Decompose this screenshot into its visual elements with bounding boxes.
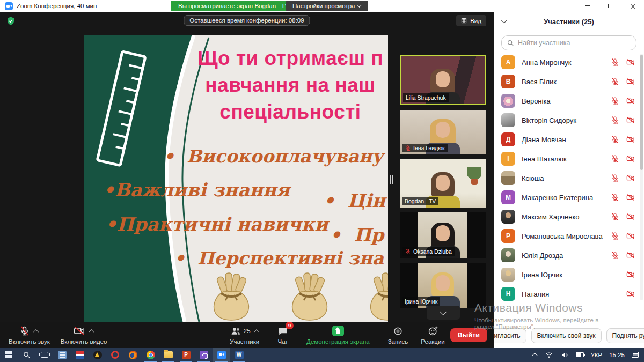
panel-collapse-chevron-icon[interactable] [501,17,507,23]
record-icon [393,326,403,336]
chevron-down-icon [357,3,362,7]
participant-row[interactable]: Юлія Дрозда [494,246,644,265]
start-button[interactable] [0,348,18,362]
word-icon[interactable]: W [230,348,248,362]
meeting-toolbar: Включить звук Включить видео 25 Участник… [0,322,494,348]
participant-row[interactable]: Р Романовська Мирослава [494,226,644,246]
participant-row[interactable]: Максим Харченко [494,207,644,226]
antivirus-icon[interactable] [89,348,106,362]
participant-row[interactable]: Н Наталия [494,284,644,304]
camera-off-icon [74,325,85,337]
record-button[interactable]: Запись [383,325,414,345]
video-tile-name: Ірина Юрчик [402,297,440,306]
opera-icon[interactable] [106,348,124,362]
chrome-icon[interactable] [142,348,159,362]
participant-row[interactable]: В Вася Білик [494,72,644,91]
participant-row[interactable]: М Макаренко Екатерина [494,188,644,207]
leave-meeting-button[interactable]: Выйти [450,328,487,342]
chat-button[interactable]: 9 Чат [272,325,294,345]
camera-off-icon [626,154,635,163]
camera-off-icon [626,116,635,124]
money-bag-icon [204,270,259,322]
avatar: М [501,190,515,204]
avatar [501,113,515,127]
action-center-icon[interactable] [632,352,639,358]
firefox-icon[interactable] [124,348,142,362]
volume-icon[interactable] [560,351,569,359]
money-bag-icon [361,270,388,322]
camera-off-icon [626,290,635,298]
file-explorer-icon[interactable] [159,348,177,362]
search-participants-input[interactable] [501,35,636,50]
raise-hand-button[interactable]: Поднять руку [606,328,644,343]
panel-scrollbar[interactable] [640,54,643,300]
participant-row[interactable]: І Інна Шаталюк [494,149,644,168]
wifi-icon[interactable] [545,351,553,359]
participants-button[interactable]: 25 Участники [224,325,265,345]
video-tile-oksana[interactable]: Oksana Dziuba [400,212,486,258]
participant-row[interactable]: Вікторія Сидорук [494,110,644,130]
camera-off-icon [626,58,635,67]
chevron-up-icon[interactable] [33,329,39,334]
mic-muted-icon [611,154,619,163]
zoom-taskbar-icon[interactable] [213,348,230,362]
participant-row[interactable]: Ксюша [494,168,644,188]
chevron-up-icon[interactable] [89,329,94,334]
participants-list: А Анна Мирончук В Вася Білик Вероніка Ві… [494,53,644,304]
mic-muted-icon [611,97,619,105]
participant-row[interactable]: Д Діана Мовчан [494,130,644,149]
share-screen-button[interactable]: Демонстрация экрана [301,325,375,345]
restore-button[interactable] [599,0,621,12]
security-shield-icon[interactable] [6,16,16,26]
mic-muted-icon [611,174,619,182]
avatar [501,268,515,282]
money-bags-graphic [204,270,388,322]
view-layout-button[interactable]: Вид [456,15,486,26]
calculator-icon[interactable] [53,348,71,362]
view-settings-dropdown[interactable]: Настройки просмотра [286,1,368,11]
close-button[interactable] [621,0,644,12]
mic-muted-icon [611,212,619,221]
start-video-button[interactable]: Включить видео [55,325,113,345]
window-controls [576,0,644,12]
video-tile-name: Інна Гнидюк [413,145,445,151]
share-screen-icon [332,326,344,336]
camera-off-icon [626,193,635,202]
avatar: Н [501,287,515,301]
slide-title: Що ти отримаєш п навчання на наш спеціал… [164,45,388,125]
participant-row[interactable]: А Анна Мирончук [494,53,644,72]
mic-muted-icon [405,145,411,151]
unmute-self-button[interactable]: Включить свой звук [531,328,602,343]
video-tile-name: Lilia Strapachuk [403,93,449,102]
taskbar-search-icon[interactable] [18,348,35,362]
participant-row[interactable]: Вероніка [494,91,644,110]
tray-expand-icon[interactable] [531,352,537,358]
view-button-label: Вид [470,18,481,24]
clock[interactable]: 15:25 [609,352,625,358]
viewing-screen-banner: Вы просматриваете экран Bogdan _TV [171,1,296,11]
battery-icon[interactable] [576,352,584,357]
unmute-button[interactable]: Включить звук [3,325,55,345]
avatar [501,171,515,185]
video-tile-lilia[interactable]: Lilia Strapachuk [400,55,486,105]
video-tile-iryna[interactable]: Ірина Юрчик [400,263,486,308]
mail-app-icon[interactable] [71,348,89,362]
collapse-thumbnails-button[interactable] [427,306,460,320]
view-settings-label: Настройки просмотра [292,3,355,9]
panel-resize-handle[interactable] [388,173,394,187]
powerpoint-icon[interactable]: P [177,348,195,362]
chevron-up-icon[interactable] [254,329,259,334]
zoom-app-icon [5,2,13,10]
avatar: Д [501,132,515,146]
viber-icon[interactable] [195,348,213,362]
participant-row[interactable]: Ірина Юрчик [494,265,644,284]
mic-muted-icon [19,326,30,336]
video-tile-bogdan[interactable]: Bogdan _TV [400,159,486,208]
slide-bullet: •Важливі знання [103,179,290,201]
video-tile-inna[interactable]: Інна Гнидюк [400,110,486,154]
video-tile-name: Oksana Dziuba [413,248,452,255]
reactions-button[interactable]: Реакции [415,325,450,345]
task-view-icon[interactable] [35,348,53,362]
language-indicator[interactable]: УКР [591,352,603,358]
minimize-button[interactable] [576,0,599,12]
